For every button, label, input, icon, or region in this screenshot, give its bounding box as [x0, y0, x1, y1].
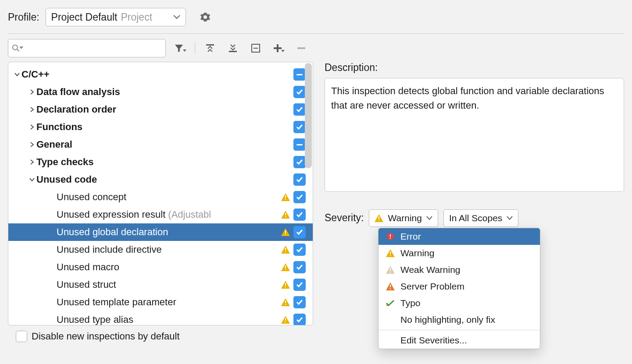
- dropdown-item-server-problem[interactable]: Server Problem: [378, 278, 540, 295]
- chevron-right-icon: [28, 124, 36, 130]
- tree-item[interactable]: Unused include directive: [8, 241, 313, 258]
- profile-scope: Project: [121, 11, 152, 23]
- checkbox-checked[interactable]: [293, 86, 306, 98]
- dropdown-item-error[interactable]: Error: [378, 228, 540, 245]
- tree-label: Declaration order: [36, 104, 293, 115]
- tree-group[interactable]: Unused code: [8, 171, 313, 188]
- tree-label: C/C++: [21, 69, 293, 80]
- warning-icon: [280, 228, 291, 236]
- dropdown-item-warning[interactable]: Warning: [378, 245, 540, 262]
- svg-rect-11: [285, 213, 286, 216]
- tree-item[interactable]: Unused expression result (Adjustabl: [8, 206, 313, 223]
- svg-rect-9: [285, 195, 286, 198]
- checkbox-checked[interactable]: [293, 156, 306, 168]
- checkbox-checked[interactable]: [293, 244, 306, 256]
- tree-label: Unused type alias: [57, 314, 280, 325]
- svg-rect-35: [390, 288, 391, 289]
- checkbox-checked[interactable]: [293, 296, 306, 308]
- tree-group[interactable]: Functions: [8, 118, 313, 136]
- error-icon: [386, 232, 395, 241]
- inspection-tree[interactable]: C/C++ Data flow analysis Declaration ord…: [8, 62, 313, 325]
- chevron-down-icon: [426, 216, 432, 220]
- checkbox-checked[interactable]: [293, 191, 306, 203]
- tree-label: Type checks: [36, 156, 293, 168]
- svg-rect-5: [254, 48, 258, 49]
- svg-rect-10: [285, 199, 286, 200]
- checkbox-checked[interactable]: [293, 314, 306, 325]
- svg-rect-17: [285, 265, 286, 268]
- scope-select[interactable]: In All Scopes: [443, 209, 518, 227]
- checkbox-checked[interactable]: [293, 103, 306, 116]
- empty-icon: [386, 315, 395, 325]
- tree-item-selected[interactable]: Unused global declaration: [8, 223, 313, 241]
- warning-icon: [280, 298, 291, 306]
- warning-icon: [280, 316, 291, 324]
- warning-icon: [280, 263, 291, 271]
- tree-label: Unused struct: [57, 279, 280, 290]
- server-problem-icon: [386, 282, 395, 291]
- checkbox-indeterminate[interactable]: [293, 68, 306, 81]
- tree-category[interactable]: C/C++: [8, 66, 313, 83]
- tree-label: Data flow analysis: [36, 86, 293, 98]
- tree-item[interactable]: Unused macro: [8, 258, 313, 276]
- tree-group[interactable]: General: [8, 136, 313, 153]
- svg-rect-3: [229, 51, 237, 52]
- tree-group[interactable]: Declaration order: [8, 101, 313, 118]
- severity-dropdown[interactable]: Error Warning Weak Warning Server Proble…: [378, 228, 540, 349]
- dropdown-label: Warning: [400, 248, 434, 258]
- checkbox-checked[interactable]: [293, 173, 306, 186]
- checkbox-checked[interactable]: [293, 261, 306, 273]
- tree-group[interactable]: Data flow analysis: [8, 83, 313, 101]
- gear-icon[interactable]: [196, 8, 214, 26]
- tree-item[interactable]: Unused template parameter: [8, 293, 313, 311]
- expand-all-icon[interactable]: [201, 39, 219, 57]
- warning-icon: [280, 246, 291, 254]
- severity-label: Severity:: [325, 209, 364, 224]
- tree-item[interactable]: Unused struct: [8, 276, 313, 293]
- add-icon[interactable]: [270, 39, 287, 57]
- filter-icon[interactable]: [171, 39, 189, 57]
- tree-label: Unused global declaration: [57, 226, 280, 238]
- profile-label: Profile:: [8, 11, 39, 23]
- dropdown-item-no-highlighting[interactable]: No highlighting, only fix: [378, 311, 540, 328]
- collapse-all-icon[interactable]: [224, 39, 242, 57]
- remove-icon[interactable]: [293, 39, 310, 57]
- checkbox-checked[interactable]: [293, 209, 306, 221]
- checkbox-indeterminate[interactable]: [293, 138, 306, 151]
- tree-item[interactable]: Unused type alias: [8, 311, 313, 325]
- checkbox-checked[interactable]: [293, 121, 306, 133]
- search-input[interactable]: [8, 39, 166, 57]
- chevron-down-icon: [507, 216, 513, 220]
- checkbox-checked[interactable]: [293, 279, 306, 291]
- dropdown-separator: [378, 330, 540, 330]
- dropdown-label: Edit Severities...: [400, 335, 467, 346]
- search-field[interactable]: [23, 43, 162, 53]
- svg-rect-14: [285, 234, 286, 235]
- tree-item[interactable]: Unused concept: [8, 188, 313, 206]
- reset-icon[interactable]: [247, 39, 264, 57]
- profile-select[interactable]: Project Default Project: [46, 8, 186, 26]
- separator: [195, 42, 195, 54]
- svg-rect-12: [285, 216, 286, 217]
- dropdown-item-weak-warning[interactable]: Weak Warning: [378, 262, 540, 278]
- svg-rect-18: [285, 269, 286, 270]
- tree-label: Unused macro: [57, 262, 280, 273]
- warning-icon: [386, 248, 395, 258]
- profile-name: Project Default: [51, 11, 118, 23]
- checkbox-checked[interactable]: [293, 226, 306, 238]
- svg-rect-34: [390, 285, 391, 287]
- svg-rect-28: [390, 234, 391, 237]
- tree-label: Unused concept: [57, 191, 280, 203]
- scrollbar[interactable]: [305, 63, 312, 168]
- tree-group[interactable]: Type checks: [8, 153, 313, 171]
- disable-new-label: Disable new inspections by default: [32, 331, 180, 342]
- disable-new-checkbox[interactable]: [16, 331, 27, 342]
- dropdown-label: No highlighting, only fix: [400, 315, 495, 325]
- chevron-down-icon: [28, 177, 36, 183]
- dropdown-label: Weak Warning: [400, 265, 461, 275]
- description-text: This inspection detects global function …: [325, 78, 624, 192]
- tree-item-adjustable: (Adjustabl: [168, 209, 211, 220]
- severity-select[interactable]: Warning: [369, 209, 438, 227]
- dropdown-item-edit-severities[interactable]: Edit Severities...: [378, 332, 540, 349]
- dropdown-item-typo[interactable]: Typo: [378, 295, 540, 311]
